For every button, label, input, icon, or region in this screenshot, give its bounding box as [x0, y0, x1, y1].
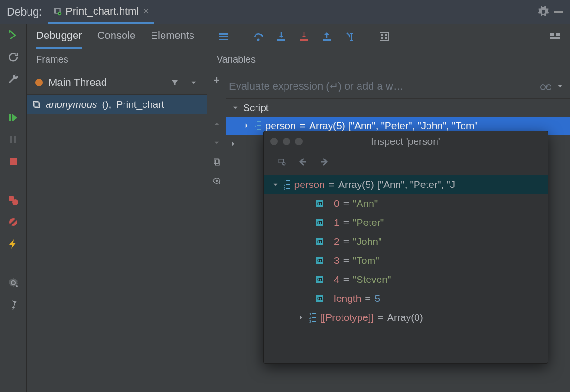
add-watch-icon[interactable]: [212, 76, 221, 84]
svg-rect-5: [14, 136, 16, 143]
frames-icon: [32, 100, 41, 109]
file-tab-label: Print_chart.html: [66, 5, 139, 18]
value-icon: 01: [316, 219, 323, 226]
breakpoints-icon[interactable]: [8, 195, 19, 206]
svg-rect-13: [219, 33, 228, 35]
tab-debugger[interactable]: Debugger: [36, 24, 82, 49]
chevron-right-icon: [297, 313, 305, 322]
svg-rect-30: [385, 37, 387, 39]
inspect-item-row[interactable]: 01 3 = "Tom": [264, 251, 548, 270]
svg-point-40: [215, 180, 218, 182]
gear-icon[interactable]: [538, 6, 549, 18]
evaluate-input[interactable]: Evaluate expression (↵) or add a w…: [226, 80, 535, 93]
step-out-icon[interactable]: [321, 31, 332, 42]
arrow-left-icon[interactable]: [297, 156, 308, 168]
value-icon: 01: [316, 238, 323, 245]
svg-rect-34: [33, 101, 38, 106]
lightning-icon[interactable]: [8, 238, 19, 250]
rerun-icon[interactable]: [8, 29, 19, 41]
svg-rect-22: [323, 39, 331, 41]
variables-gutter: [207, 70, 226, 392]
titlebar: Debug: Print_chart.html ✕: [0, 0, 570, 24]
svg-rect-26: [380, 32, 389, 41]
array-icon: 123: [309, 312, 316, 323]
inspect-root-label: person: [294, 179, 324, 190]
chevron-down-icon: [231, 103, 239, 112]
debug-title: Debug:: [7, 6, 42, 19]
frames-pane: Frames Main Thread anonymous(), Print_ch…: [27, 49, 207, 392]
svg-rect-3: [10, 114, 11, 121]
value-icon: 01: [316, 295, 323, 302]
svg-rect-29: [381, 37, 383, 39]
inspect-item-row[interactable]: 01 1 = "Peter": [264, 213, 548, 232]
file-tab[interactable]: Print_chart.html ✕: [48, 0, 154, 24]
svg-rect-32: [556, 33, 560, 36]
stop-icon[interactable]: [8, 156, 19, 167]
step-into-icon[interactable]: [276, 31, 287, 42]
tab-console[interactable]: Console: [97, 24, 136, 49]
eye-icon[interactable]: [212, 177, 221, 185]
inspect-popup: Inspect 'person' 123: [263, 131, 548, 364]
inspect-length-row[interactable]: 01 length = 5: [264, 289, 548, 308]
pause-icon[interactable]: [8, 134, 19, 145]
tree-row-script[interactable]: Script: [226, 99, 570, 117]
chevron-up-small-icon[interactable]: [212, 120, 221, 128]
svg-point-42: [541, 85, 545, 90]
stack-file: Print_chart: [116, 99, 164, 110]
svg-point-16: [257, 38, 260, 41]
evaluate-icon[interactable]: [379, 31, 390, 42]
run-to-cursor-icon[interactable]: [344, 31, 355, 42]
copy-icon[interactable]: [212, 158, 221, 166]
inspect-proto-row[interactable]: 123 [[Prototype]] = Array(0): [264, 308, 548, 327]
new-watch-icon[interactable]: [278, 158, 286, 166]
svg-rect-18: [277, 39, 285, 41]
person-value: Array(5) ["Ann", "Peter", "John", "Tom": [309, 120, 478, 131]
debugger-toolbar: Debugger Console Elements: [27, 24, 570, 49]
svg-rect-4: [10, 136, 12, 143]
inspect-titlebar[interactable]: Inspect 'person': [264, 131, 548, 151]
array-icon: 123: [284, 179, 290, 190]
refresh-icon[interactable]: [8, 51, 19, 63]
resume-icon[interactable]: [8, 112, 19, 123]
variables-header: Variables: [207, 49, 570, 70]
force-step-into-icon[interactable]: [298, 31, 310, 42]
variables-pane: Variables Evaluate expression (↵) or add…: [207, 49, 570, 392]
svg-rect-15: [219, 39, 228, 40]
inspect-item-row[interactable]: 01 4 = "Steven": [264, 270, 548, 289]
settings-gear-icon[interactable]: [8, 277, 19, 289]
inspect-item-row[interactable]: 01 0 = "Ann": [264, 194, 548, 213]
thread-name: Main Thread: [48, 76, 165, 89]
chevron-right-icon: [242, 121, 251, 130]
inspect-root-row[interactable]: 123 person = Array(5) ["Ann", "Peter", "…: [264, 175, 548, 194]
svg-rect-14: [219, 36, 228, 37]
mute-breakpoints-icon[interactable]: [8, 216, 19, 228]
stack-frame-row[interactable]: anonymous(), Print_chart: [27, 95, 207, 114]
svg-point-12: [16, 285, 18, 287]
svg-rect-38: [214, 159, 218, 164]
arrow-right-icon[interactable]: [319, 156, 330, 168]
window-controls[interactable]: [270, 138, 303, 145]
layout-icon[interactable]: [549, 31, 560, 42]
tab-elements[interactable]: Elements: [151, 24, 194, 49]
chevron-down-icon[interactable]: [556, 82, 564, 91]
svg-rect-28: [385, 34, 387, 36]
close-icon[interactable]: ✕: [142, 6, 150, 17]
svg-rect-35: [35, 103, 40, 108]
threads-icon[interactable]: [218, 31, 229, 42]
pin-icon[interactable]: [8, 299, 19, 310]
chevron-down-small-icon[interactable]: [212, 139, 221, 147]
wrench-icon[interactable]: [8, 73, 19, 84]
inspect-tree: 123 person = Array(5) ["Ann", "Peter", "…: [264, 172, 548, 363]
inspect-root-value: Array(5) ["Ann", "Peter", "J: [338, 179, 455, 190]
minimize-icon[interactable]: [554, 11, 563, 13]
filter-icon[interactable]: [171, 78, 179, 87]
chevron-down-icon[interactable]: [190, 78, 198, 87]
svg-point-43: [546, 85, 551, 90]
svg-rect-44: [279, 159, 283, 163]
inspect-item-row[interactable]: 01 2 = "John": [264, 232, 548, 251]
glasses-icon[interactable]: [540, 81, 551, 92]
chevron-down-icon: [271, 180, 280, 189]
script-label: Script: [243, 102, 269, 113]
frames-thread-row[interactable]: Main Thread: [27, 70, 207, 95]
step-over-icon[interactable]: [253, 31, 264, 42]
